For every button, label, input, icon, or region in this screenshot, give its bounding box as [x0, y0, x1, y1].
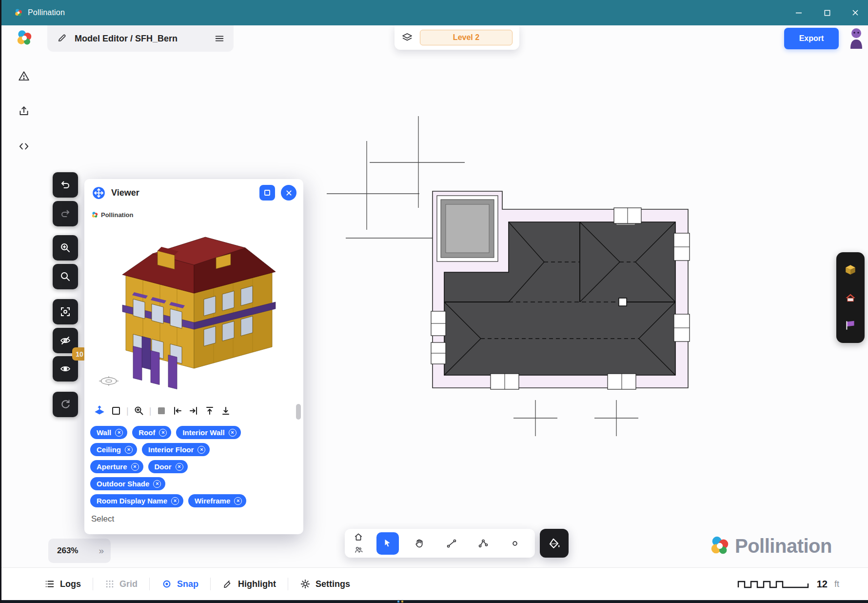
filled-square-icon[interactable]	[156, 405, 167, 417]
zoom-extents-icon[interactable]	[133, 405, 145, 417]
rooms-people-icon[interactable]	[353, 544, 364, 556]
chip-ceiling[interactable]: Ceiling×	[90, 443, 137, 456]
search-zoom-button[interactable]	[53, 264, 78, 289]
close-button[interactable]	[841, 0, 868, 25]
chip-roof[interactable]: Roof×	[132, 426, 171, 439]
code-button[interactable]	[16, 139, 32, 154]
grid-toggle[interactable]: Grid	[105, 579, 138, 589]
arrow-left-to-bar-icon[interactable]	[172, 405, 183, 417]
display-mode-chips: Wall× Roof× Interior Wall× Ceiling× Inte…	[84, 422, 303, 511]
app-window: Pollination Model Editor / SFH_Bern	[0, 0, 868, 603]
app-logo-icon	[14, 8, 23, 17]
select-tool-button[interactable]	[376, 532, 398, 555]
viewer-header: Viewer	[84, 179, 303, 206]
remove-chip-icon[interactable]: ×	[171, 497, 179, 505]
taskbar-edge	[1, 600, 868, 603]
chip-room-display-name[interactable]: Room Display Name×	[90, 494, 183, 507]
titlebar: Pollination	[1, 0, 868, 25]
chip-door[interactable]: Door×	[148, 460, 188, 473]
chip-interior-floor[interactable]: Interior Floor×	[142, 443, 210, 456]
chip-aperture[interactable]: Aperture×	[90, 460, 143, 473]
warnings-button[interactable]	[16, 68, 32, 84]
model-editor-card: Model Editor / SFH_Bern	[47, 25, 234, 52]
remove-chip-icon[interactable]: ×	[153, 480, 161, 488]
statusbar: Logs Grid Snap Highlight Settings 12 ft	[1, 567, 868, 600]
viewer-title: Viewer	[111, 188, 259, 198]
refresh-button[interactable]	[53, 392, 78, 417]
statusbar-divider	[93, 578, 93, 590]
settings-button[interactable]: Settings	[300, 579, 350, 589]
toolbar-separator: |	[149, 406, 152, 416]
chip-wall[interactable]: Wall×	[90, 426, 127, 439]
arrow-down-to-bar-icon[interactable]	[220, 405, 232, 417]
draw-toolbar	[345, 529, 535, 558]
brand-flower-icon	[709, 534, 731, 558]
menu-hamburger-icon[interactable]	[214, 33, 225, 44]
chip-interior-wall[interactable]: Interior Wall×	[176, 426, 240, 439]
polyline-tool-button[interactable]	[472, 532, 494, 555]
point-tool-button[interactable]	[504, 532, 526, 555]
select-label: Select	[91, 514, 303, 524]
toolbar-separator: |	[126, 406, 129, 416]
redo-button[interactable]	[53, 201, 78, 226]
statusbar-divider	[210, 578, 211, 590]
remove-chip-icon[interactable]: ×	[159, 429, 167, 437]
scale-unit: ft	[834, 579, 839, 589]
statusbar-divider	[149, 578, 150, 590]
remove-chip-icon[interactable]: ×	[176, 463, 183, 471]
arrow-right-to-bar-icon[interactable]	[188, 405, 199, 417]
paint-bucket-button[interactable]	[540, 529, 569, 558]
snap-toggle[interactable]: Snap	[161, 579, 198, 589]
avatar[interactable]	[847, 26, 866, 49]
remove-chip-icon[interactable]: ×	[229, 429, 237, 437]
viewer-maximize-button[interactable]	[259, 185, 275, 201]
viewer-scrollbar[interactable]	[296, 404, 301, 420]
scale-value: 12	[817, 579, 828, 590]
chip-wireframe[interactable]: Wireframe×	[188, 494, 246, 507]
chip-outdoor-shade[interactable]: Outdoor Shade×	[90, 477, 165, 490]
brand-logo: Pollination	[709, 534, 832, 558]
viewer-toolbar: | |	[84, 400, 303, 422]
zoom-in-button[interactable]	[53, 235, 78, 261]
pan-tool-button[interactable]	[409, 532, 431, 555]
remove-chip-icon[interactable]: ×	[131, 463, 139, 471]
zoom-indicator[interactable]: 263% »	[48, 539, 111, 563]
building-3d-model	[84, 206, 303, 400]
scale-indicator: 12 ft	[737, 578, 839, 590]
floor-plan	[431, 191, 690, 389]
viewer-3d-viewport[interactable]: Pollination	[84, 206, 303, 400]
statusbar-divider	[288, 578, 288, 590]
view-plan-button[interactable]	[840, 315, 861, 336]
remove-chip-icon[interactable]: ×	[197, 446, 205, 454]
square-select-icon[interactable]	[110, 405, 122, 417]
viewer-close-button[interactable]	[281, 185, 296, 201]
undo-button[interactable]	[53, 172, 78, 198]
section-view-icon[interactable]	[93, 404, 106, 417]
remove-chip-icon[interactable]: ×	[115, 429, 123, 437]
logs-button[interactable]: Logs	[44, 579, 81, 589]
view-3d-cube-button[interactable]	[840, 259, 861, 281]
home-icon[interactable]	[353, 531, 364, 543]
zoom-value: 263%	[57, 546, 78, 556]
level-button[interactable]: Level 2	[420, 30, 513, 45]
scale-ruler-icon	[737, 578, 810, 590]
edit-pencil-icon[interactable]	[57, 33, 68, 44]
remove-chip-icon[interactable]: ×	[234, 497, 242, 505]
line-tool-button[interactable]	[440, 532, 462, 555]
move-handle-icon[interactable]	[92, 186, 105, 200]
layers-icon[interactable]	[401, 32, 413, 43]
brand-wordmark: Pollination	[735, 535, 832, 557]
share-upload-button[interactable]	[16, 103, 32, 119]
zoom-selected-button[interactable]	[53, 299, 78, 324]
arrow-up-to-bar-icon[interactable]	[204, 405, 216, 417]
pollination-logo-icon[interactable]	[15, 28, 34, 48]
minimize-button[interactable]	[785, 0, 813, 25]
highlight-toggle[interactable]: Highlight	[222, 579, 276, 589]
remove-chip-icon[interactable]: ×	[125, 446, 133, 454]
view-roof-button[interactable]	[840, 287, 861, 308]
ground-gizmo-icon	[99, 376, 118, 386]
zoom-expand-chevrons[interactable]: »	[99, 545, 104, 556]
viewer-panel: Viewer Pollination	[84, 179, 303, 534]
export-button[interactable]: Export	[784, 28, 839, 49]
maximize-button[interactable]	[813, 0, 841, 25]
